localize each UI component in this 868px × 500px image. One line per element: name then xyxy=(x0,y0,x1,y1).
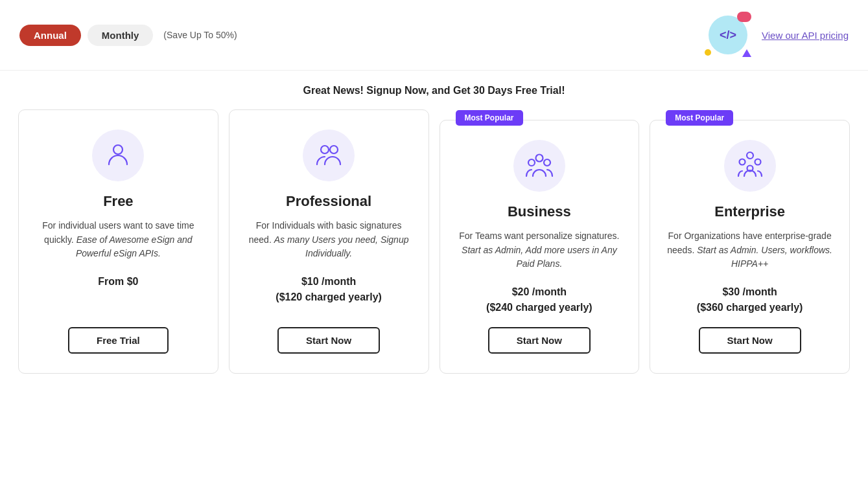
svg-point-2 xyxy=(330,146,338,153)
plan-card-business: Most Popular Business For Teams want per… xyxy=(440,120,640,374)
svg-point-1 xyxy=(321,146,329,153)
svg-point-4 xyxy=(528,159,535,166)
single-user-icon xyxy=(104,140,132,171)
svg-point-0 xyxy=(113,145,123,154)
annual-toggle[interactable]: Annual xyxy=(19,25,81,46)
business-icon-circle xyxy=(513,140,565,192)
triangle-decor-icon xyxy=(742,49,751,57)
professional-plan-button[interactable]: Start Now xyxy=(277,327,380,354)
free-plan-button[interactable]: Free Trial xyxy=(68,327,169,354)
business-plan-desc: For Teams want personalize signatures. S… xyxy=(440,229,639,271)
enterprise-popular-badge: Most Popular xyxy=(666,110,733,126)
business-plan-button[interactable]: Start Now xyxy=(488,327,591,354)
free-plan-desc: For individual users want to save time q… xyxy=(19,219,218,261)
business-popular-badge: Most Popular xyxy=(456,110,523,126)
enterprise-plan-desc: For Organizations have enterprise-grade … xyxy=(650,229,849,271)
dot-decor-icon xyxy=(705,49,711,56)
api-icon-container: </> xyxy=(705,12,751,58)
svg-point-3 xyxy=(535,155,543,162)
enterprise-plan-button[interactable]: Start Now xyxy=(699,327,801,354)
free-plan-price: From $0 xyxy=(98,274,138,290)
api-pricing-link[interactable]: View our API pricing xyxy=(762,30,849,41)
professional-icon-circle xyxy=(303,130,355,181)
plan-card-professional: Professional For Individuals with basic … xyxy=(229,109,429,374)
cloud-decor-icon xyxy=(737,12,751,22)
billing-toggle: Annual Monthly (Save Up To 50%) xyxy=(19,25,237,46)
promo-text: Great News! Signup Now, and Get 30 Days … xyxy=(303,85,565,96)
professional-plan-name: Professional xyxy=(286,193,371,210)
svg-point-8 xyxy=(755,159,760,165)
free-icon-circle xyxy=(92,130,144,181)
free-plan-name: Free xyxy=(103,193,133,210)
enterprise-plan-price: $30 /month($360 charged yearly) xyxy=(697,284,803,315)
promo-banner: Great News! Signup Now, and Get 30 Days … xyxy=(0,71,868,103)
three-users-icon xyxy=(525,150,554,181)
top-bar: Annual Monthly (Save Up To 50%) </> View… xyxy=(0,0,868,71)
plans-wrapper: Free For individual users want to save t… xyxy=(0,103,868,393)
svg-point-6 xyxy=(747,152,753,159)
plan-card-enterprise: Most Popular Enterprise For Organization… xyxy=(650,120,850,374)
save-text: (Save Up To 50%) xyxy=(163,30,237,40)
svg-point-5 xyxy=(544,159,550,166)
plan-card-free: Free For individual users want to save t… xyxy=(18,109,218,374)
business-plan-name: Business xyxy=(508,203,571,220)
monthly-toggle[interactable]: Monthly xyxy=(88,25,154,46)
svg-point-7 xyxy=(739,159,745,165)
enterprise-plan-name: Enterprise xyxy=(714,203,785,220)
two-users-icon xyxy=(314,140,343,171)
org-users-icon xyxy=(736,150,764,181)
business-plan-price: $20 /month($240 charged yearly) xyxy=(486,284,592,315)
top-bar-right: </> View our API pricing xyxy=(705,12,849,58)
professional-plan-desc: For Individuals with basic signatures ne… xyxy=(229,219,428,261)
enterprise-icon-circle xyxy=(724,140,776,192)
professional-plan-price: $10 /month($120 charged yearly) xyxy=(276,274,382,305)
code-icon: </> xyxy=(720,28,736,42)
